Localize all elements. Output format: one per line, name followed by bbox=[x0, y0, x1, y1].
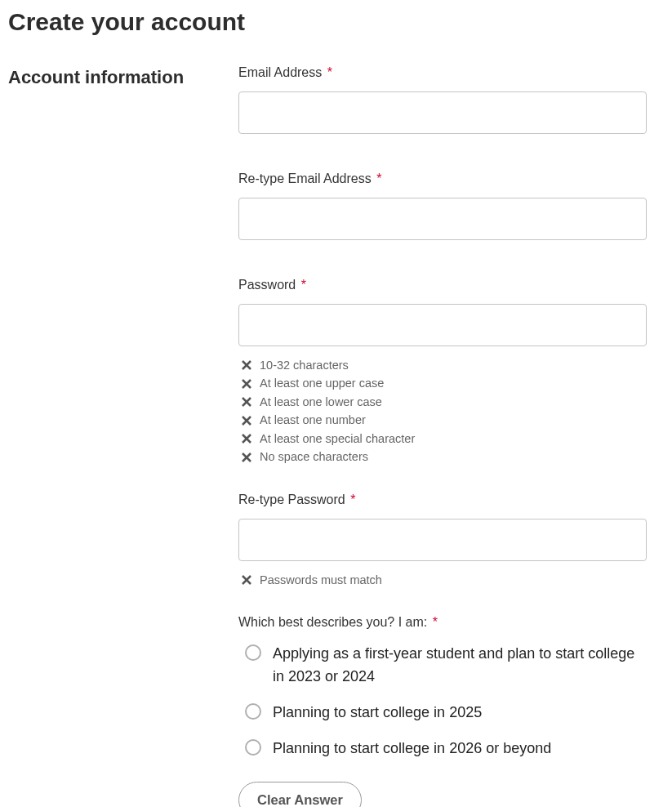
required-star-icon: * bbox=[376, 172, 381, 185]
radio-circle-icon bbox=[245, 739, 261, 756]
requirement-text: At least one lower case bbox=[260, 393, 382, 411]
x-icon bbox=[238, 453, 255, 462]
requirement-item: 10-32 characters bbox=[238, 356, 647, 374]
radio-option[interactable]: Planning to start college in 2026 or bey… bbox=[245, 738, 647, 760]
x-icon bbox=[238, 416, 255, 426]
describes-you-group: Which best describes you? I am: * Applyi… bbox=[238, 615, 647, 807]
radio-option[interactable]: Planning to start college in 2025 bbox=[245, 702, 647, 725]
retype-password-requirements-list: Passwords must match bbox=[238, 571, 647, 589]
retype-email-input[interactable] bbox=[238, 198, 647, 240]
page-title: Create your account bbox=[8, 8, 664, 36]
x-icon bbox=[238, 434, 255, 444]
radio-circle-icon bbox=[245, 703, 261, 720]
requirement-item: Passwords must match bbox=[238, 571, 647, 589]
requirement-text: 10-32 characters bbox=[260, 356, 349, 374]
password-field-group: Password * 10-32 charactersAt least one … bbox=[238, 278, 647, 466]
password-label: Password * bbox=[238, 278, 647, 292]
radio-label: Planning to start college in 2025 bbox=[273, 702, 482, 725]
describes-you-label: Which best describes you? I am: * bbox=[238, 615, 647, 630]
clear-answer-button[interactable]: Clear Answer bbox=[238, 782, 362, 807]
x-icon bbox=[238, 397, 255, 407]
required-star-icon: * bbox=[433, 615, 438, 629]
label-text: Re-type Email Address bbox=[238, 172, 372, 185]
describes-you-radio-group: Applying as a first-year student and pla… bbox=[238, 643, 647, 760]
retype-email-field-group: Re-type Email Address * bbox=[238, 172, 647, 240]
radio-label: Planning to start college in 2026 or bey… bbox=[273, 738, 551, 760]
required-star-icon: * bbox=[301, 278, 306, 292]
requirement-text: Passwords must match bbox=[260, 571, 382, 589]
required-star-icon: * bbox=[327, 65, 332, 79]
x-icon bbox=[238, 379, 255, 389]
requirement-text: At least one upper case bbox=[260, 374, 384, 392]
retype-password-label: Re-type Password * bbox=[238, 493, 647, 507]
label-text: Password bbox=[238, 278, 296, 292]
x-icon bbox=[238, 575, 255, 585]
requirement-text: At least one special character bbox=[260, 430, 415, 448]
radio-circle-icon bbox=[245, 644, 261, 661]
section-heading: Account information bbox=[8, 65, 238, 88]
email-input[interactable] bbox=[238, 91, 647, 134]
account-information-section: Account information Email Address * Re-t… bbox=[8, 65, 664, 807]
email-field-group: Email Address * bbox=[238, 65, 647, 134]
requirement-text: At least one number bbox=[260, 411, 366, 429]
email-label: Email Address * bbox=[238, 65, 647, 80]
radio-label: Applying as a first-year student and pla… bbox=[273, 643, 647, 689]
retype-email-label: Re-type Email Address * bbox=[238, 172, 647, 186]
fields-column: Email Address * Re-type Email Address * … bbox=[238, 65, 647, 807]
requirement-item: At least one lower case bbox=[238, 393, 647, 411]
password-input[interactable] bbox=[238, 304, 647, 346]
requirement-text: No space characters bbox=[260, 448, 368, 466]
requirement-item: No space characters bbox=[238, 448, 647, 466]
label-text: Which best describes you? I am: bbox=[238, 615, 427, 629]
password-requirements-list: 10-32 charactersAt least one upper caseA… bbox=[238, 356, 647, 466]
x-icon bbox=[238, 360, 255, 370]
required-star-icon: * bbox=[350, 493, 355, 506]
requirement-item: At least one special character bbox=[238, 430, 647, 448]
label-text: Re-type Password bbox=[238, 493, 345, 506]
retype-password-input[interactable] bbox=[238, 519, 647, 561]
retype-password-field-group: Re-type Password * Passwords must match bbox=[238, 493, 647, 589]
requirement-item: At least one number bbox=[238, 411, 647, 429]
requirement-item: At least one upper case bbox=[238, 374, 647, 392]
radio-option[interactable]: Applying as a first-year student and pla… bbox=[245, 643, 647, 689]
label-text: Email Address bbox=[238, 65, 322, 79]
